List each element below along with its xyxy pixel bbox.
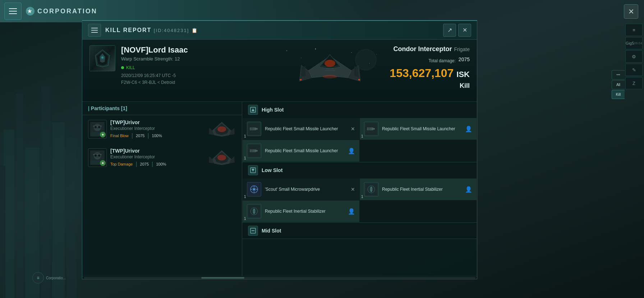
slot-item-close-btn[interactable]: ✕: [351, 186, 355, 192]
high-slot-items: 1 Republic Fleet Small Missile Launcher: [242, 118, 477, 162]
slot-item[interactable]: 1 Republic Fleet Small Missile Launcher: [360, 118, 477, 140]
svg-point-92: [253, 210, 255, 212]
damage-label: Total damage:: [428, 58, 455, 63]
slot-item[interactable]: 1: [243, 179, 359, 200]
svg-point-16: [351, 52, 352, 53]
panel-header: KILL REPORT [ID:4048231] 📋 ↗ ✕: [82, 21, 477, 40]
svg-point-87: [370, 188, 372, 190]
svg-point-78: [253, 188, 255, 190]
side-icon-z[interactable]: Z: [625, 77, 643, 89]
slot-item-user-icon: 👤: [465, 186, 472, 193]
victim-meta: 2020/12/09 16:25:47 UTC -5 F2W-C6 < 3R-B…: [121, 72, 270, 86]
hamburger-menu[interactable]: [4, 3, 22, 20]
svg-rect-4: [52, 122, 65, 298]
ship-class-label: Condor Interceptor: [393, 45, 452, 53]
isk-value: 153,627,107: [390, 67, 454, 79]
svg-point-15: [315, 49, 316, 49]
svg-rect-47: [93, 154, 102, 155]
scrollbar-thumb[interactable]: [201, 277, 244, 279]
low-slot-icon: [248, 165, 258, 175]
svg-rect-60: [255, 128, 258, 130]
kill-report-label: KILL REPORT: [105, 27, 151, 33]
participant-1-details: [TWP]Urivor Executioner Interceptor Fina…: [110, 119, 204, 139]
close-panel-button[interactable]: ✕: [458, 24, 471, 37]
svg-rect-3: [41, 86, 50, 298]
mid-slot-icon: [248, 226, 258, 236]
right-tab-group: ••• All Kill: [612, 70, 625, 99]
svg-rect-1: [16, 94, 23, 298]
participant-2-percent: 100%: [156, 162, 166, 166]
participant-2-badge: ★: [100, 160, 106, 166]
export-button[interactable]: ↗: [443, 24, 456, 37]
svg-point-53: [217, 155, 226, 161]
participant-item[interactable]: ★ [TWP]Urivor Executioner Interceptor Fi…: [82, 115, 242, 144]
victim-warp-strength: Warp Scramble Strength: 12: [121, 56, 270, 62]
participant-2-role: Top Damage: [110, 162, 133, 166]
slot-item-icon: [247, 182, 261, 197]
side-icon-g[interactable]: Gig509.04: [625, 37, 643, 49]
slot-item-qty: 1: [244, 134, 246, 138]
svg-rect-70: [255, 150, 258, 152]
high-slot-section: High Slot 1: [242, 102, 477, 162]
mid-slot-title: Mid Slot: [262, 228, 281, 234]
participants-header: | Participants [1]: [82, 102, 242, 115]
slot-item-close-btn[interactable]: ✕: [351, 126, 355, 132]
slot-item-qty: 1: [244, 217, 246, 221]
participant-1-percent: 100%: [152, 134, 162, 138]
right-tab-dots[interactable]: •••: [612, 70, 625, 80]
slot-item-name: Republic Fleet Inertial Stabilizer: [382, 186, 461, 193]
svg-point-11: [101, 57, 104, 59]
panel-actions: ↗ ✕: [443, 24, 471, 37]
svg-rect-6: [0, 166, 5, 298]
participant-1-ship-img: [207, 120, 236, 138]
bottom-corp-area: ≡ Corporatio...: [32, 272, 66, 284]
svg-point-49: [98, 154, 100, 157]
participant-2-details: [TWP]Urivor Executioner Interceptor Top …: [110, 148, 204, 167]
bg-city: [0, 22, 90, 298]
victim-location: F2W-C6 < 3R-BJL < Detroid: [121, 79, 270, 86]
slot-item-icon: [247, 122, 261, 136]
ship-type-label: Frigate: [454, 46, 470, 52]
side-icon-edit[interactable]: ✎: [625, 64, 643, 76]
slot-item[interactable]: 1 Republic Fleet Small Missile Launcher: [243, 140, 359, 162]
high-slot-icon: [248, 105, 258, 115]
svg-rect-5: [66, 137, 77, 298]
svg-point-32: [355, 49, 377, 71]
app-close-button[interactable]: ✕: [624, 4, 638, 19]
svg-rect-94: [252, 230, 254, 231]
slot-item[interactable]: 1 Republic Fleet Inertial Stabilizer: [360, 179, 477, 200]
right-tab-all[interactable]: All: [612, 80, 625, 89]
side-icon-settings[interactable]: ⚙: [625, 50, 643, 63]
right-tab-kill[interactable]: Kill: [612, 90, 625, 99]
svg-point-13: [286, 50, 287, 51]
slot-item-qty: 1: [361, 195, 363, 199]
victim-status-row: Kill: [121, 65, 270, 70]
bottom-scrollbar[interactable]: [82, 276, 477, 279]
victim-date: 2020/12/09 16:25:47 UTC -5: [121, 72, 270, 79]
participant-item[interactable]: ★ [TWP]Urivor Executioner Interceptor To…: [82, 144, 242, 172]
victim-avatar: [89, 45, 115, 71]
high-slot-header: High Slot: [242, 102, 477, 118]
corp-icon: ≡: [32, 272, 44, 284]
status-indicator: [121, 66, 124, 69]
participants-panel: | Participants [1]: [82, 102, 242, 276]
victim-section: [NOVF]Lord Isaac Warp Scramble Strength:…: [82, 40, 477, 102]
kill-label: Kill: [390, 82, 470, 90]
slot-item-user-icon: 👤: [348, 208, 355, 215]
low-slot-section: Low Slot 1: [242, 162, 477, 223]
slot-item[interactable]: 1 Republic Fleet Inertial Stabilizer: [243, 200, 359, 222]
isk-label: ISK: [456, 70, 470, 79]
kill-report-panel: KILL REPORT [ID:4048231] 📋 ↗ ✕: [82, 20, 477, 279]
ship-image: [280, 45, 380, 96]
panel-hamburger-btn[interactable]: [88, 24, 101, 37]
slot-item-qty: 1: [244, 195, 246, 199]
corp-name-label: CORPORATION: [37, 8, 97, 15]
svg-point-42: [217, 126, 226, 132]
participant-2-footer: Top Damage | 2075 | 100%: [110, 161, 204, 167]
panel-id: [ID:4048231]: [154, 28, 189, 33]
svg-point-72: [252, 150, 253, 152]
side-icon-menu[interactable]: ≡: [625, 24, 643, 36]
slot-item[interactable]: 1 Republic Fleet Small Missile Launcher: [243, 118, 359, 140]
copy-icon[interactable]: 📋: [192, 28, 198, 33]
participant-1-name: [TWP]Urivor: [110, 119, 204, 125]
